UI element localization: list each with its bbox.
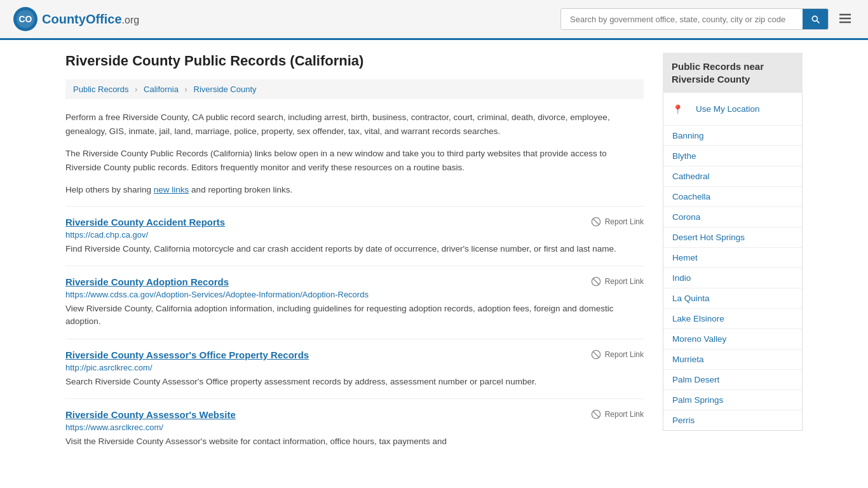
sidebar-list-item-10: Moreno Valley [663, 329, 802, 349]
sidebar-list-item-6: Hemet [663, 248, 802, 268]
logo-area: CO CountyOffice.org [13, 6, 139, 32]
record-title-2[interactable]: Riverside County Assessor's Office Prope… [65, 349, 309, 360]
breadcrumb-sep-1: › [135, 85, 137, 94]
sidebar-list: 📍 Use My Location BanningBlytheCathedral… [663, 93, 803, 431]
sidebar-link-lake-elsinore[interactable]: Lake Elsinore [663, 309, 802, 329]
sidebar: Public Records near Riverside County 📍 U… [663, 53, 803, 458]
report-icon-1 [591, 276, 601, 287]
description-3: Help others by sharing new links and rep… [65, 183, 644, 197]
sidebar-list-item-8: La Quinta [663, 288, 802, 309]
sidebar-link-murrieta[interactable]: Murrieta [663, 349, 802, 369]
sidebar-list-item-7: Indio [663, 268, 802, 288]
location-pin-icon: 📍 [672, 104, 683, 114]
sidebar-list-item-11: Murrieta [663, 349, 802, 370]
sidebar-link-cathedral[interactable]: Cathedral [663, 166, 802, 186]
report-link-1[interactable]: Report Link [591, 276, 644, 287]
description-1: Perform a free Riverside County, CA publ… [65, 111, 644, 138]
use-location-item: 📍 Use My Location [663, 93, 802, 126]
logo-text: CountyOffice.org [42, 12, 139, 27]
use-location-link[interactable]: Use My Location [687, 99, 769, 119]
breadcrumb-link-riverside[interactable]: Riverside County [194, 85, 257, 94]
sidebar-list-item-2: Cathedral [663, 166, 802, 187]
sidebar-list-item-13: Palm Springs [663, 390, 802, 410]
record-url-2[interactable]: http://pic.asrclkrec.com/ [65, 363, 644, 372]
sidebar-list-item-5: Desert Hot Springs [663, 227, 802, 248]
record-title-1[interactable]: Riverside County Adoption Records [65, 276, 229, 287]
record-entry-1: Riverside County Adoption Records Report… [65, 266, 644, 339]
header: CO CountyOffice.org [0, 0, 868, 40]
menu-button[interactable] [835, 8, 855, 30]
sidebar-list-item-4: Corona [663, 207, 802, 227]
record-desc-1: View Riverside County, California adopti… [65, 302, 644, 329]
sidebar-link-banning[interactable]: Banning [663, 126, 802, 146]
record-desc-0: Find Riverside County, California motorc… [65, 243, 644, 255]
record-entry-3: Riverside County Assessor's Website Repo… [65, 398, 644, 458]
sidebar-link-corona[interactable]: Corona [663, 207, 802, 227]
hamburger-icon [837, 11, 853, 26]
record-header-3: Riverside County Assessor's Website Repo… [65, 409, 644, 420]
report-link-2[interactable]: Report Link [591, 349, 644, 360]
record-header-2: Riverside County Assessor's Office Prope… [65, 349, 644, 360]
sidebar-list-item-12: Palm Desert [663, 370, 802, 390]
record-url-0[interactable]: https://cad.chp.ca.gov/ [65, 230, 644, 240]
sidebar-link-perris[interactable]: Perris [663, 410, 802, 430]
header-right [560, 8, 855, 30]
breadcrumb-link-california[interactable]: California [144, 85, 179, 94]
logo-icon: CO [13, 6, 38, 32]
sidebar-link-palm-desert[interactable]: Palm Desert [663, 370, 802, 390]
breadcrumb-sep-2: › [185, 85, 187, 94]
search-icon [810, 14, 820, 24]
records-container: Riverside County Accident Reports Report… [65, 206, 644, 458]
sidebar-link-la-quinta[interactable]: La Quinta [663, 288, 802, 308]
record-entry-2: Riverside County Assessor's Office Prope… [65, 339, 644, 398]
report-icon-3 [591, 409, 601, 419]
sidebar-link-coachella[interactable]: Coachella [663, 187, 802, 207]
record-url-1[interactable]: https://www.cdss.ca.gov/Adoption-Service… [65, 290, 644, 299]
record-desc-2: Search Riverside County Assessor's Offic… [65, 376, 644, 388]
sidebar-link-hemet[interactable]: Hemet [663, 248, 802, 268]
record-header-1: Riverside County Adoption Records Report… [65, 276, 644, 287]
sidebar-list-item-14: Perris [663, 410, 802, 430]
page-title: Riverside County Public Records (Califor… [65, 53, 644, 69]
content-area: Riverside County Public Records (Califor… [65, 53, 644, 458]
sidebar-title: Public Records near Riverside County [663, 53, 803, 93]
svg-line-7 [593, 219, 599, 224]
search-input[interactable] [561, 10, 803, 29]
report-link-3[interactable]: Report Link [591, 409, 644, 419]
svg-line-9 [593, 279, 599, 285]
sidebar-link-blythe[interactable]: Blythe [663, 146, 802, 166]
breadcrumb: Public Records › California › Riverside … [65, 79, 644, 99]
search-button[interactable] [803, 9, 828, 29]
breadcrumb-link-public-records[interactable]: Public Records [73, 85, 128, 94]
svg-line-13 [593, 411, 599, 417]
record-header-0: Riverside County Accident Reports Report… [65, 217, 644, 227]
record-title-3[interactable]: Riverside County Assessor's Website [65, 409, 236, 420]
report-link-0[interactable]: Report Link [591, 217, 644, 227]
sidebar-link-desert-hot-springs[interactable]: Desert Hot Springs [663, 227, 802, 247]
sidebar-list-item-9: Lake Elsinore [663, 309, 802, 329]
sidebar-list-item-3: Coachella [663, 187, 802, 207]
report-icon-0 [591, 217, 601, 227]
sidebar-link-indio[interactable]: Indio [663, 268, 802, 288]
description-2: The Riverside County Public Records (Cal… [65, 147, 644, 174]
report-icon-2 [591, 349, 601, 360]
search-bar [560, 8, 829, 30]
record-desc-3: Visit the Riverside County Assessor's we… [65, 435, 644, 448]
record-entry-0: Riverside County Accident Reports Report… [65, 206, 644, 266]
svg-text:CO: CO [19, 14, 32, 24]
sidebar-link-moreno-valley[interactable]: Moreno Valley [663, 329, 802, 349]
sidebar-list-item-0: Banning [663, 126, 802, 146]
main-container: Riverside County Public Records (Califor… [53, 40, 815, 471]
sidebar-link-palm-springs[interactable]: Palm Springs [663, 390, 802, 410]
sidebar-list-item-1: Blythe [663, 146, 802, 166]
svg-line-11 [593, 351, 599, 357]
record-url-3[interactable]: https://www.asrclkrec.com/ [65, 423, 644, 432]
record-title-0[interactable]: Riverside County Accident Reports [65, 217, 225, 227]
new-links-link[interactable]: new links [154, 185, 189, 194]
